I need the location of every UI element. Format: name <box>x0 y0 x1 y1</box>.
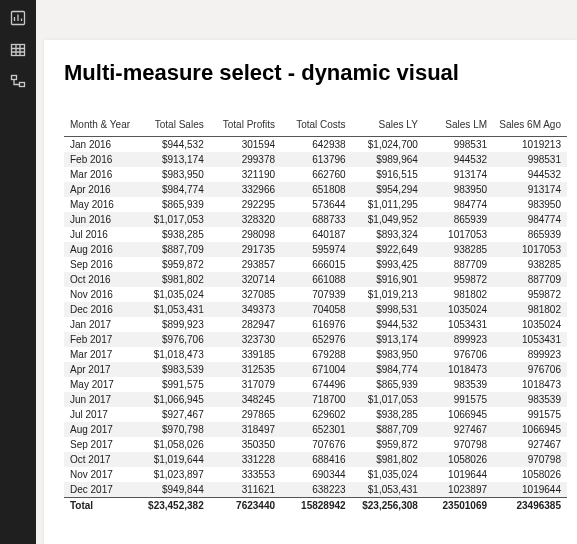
cell-month: Sep 2016 <box>64 257 137 272</box>
cell-value: 629602 <box>281 407 352 422</box>
table-row[interactable]: Dec 2017$949,844311621638223$1,053,43110… <box>64 482 567 498</box>
table-row[interactable]: Nov 2017$1,023,897333553690344$1,035,024… <box>64 467 567 482</box>
table-row[interactable]: May 2017$991,575317079674496$865,9399835… <box>64 377 567 392</box>
report-view-button[interactable] <box>0 4 36 36</box>
cell-value: $981,802 <box>352 452 424 467</box>
data-view-button[interactable] <box>0 36 36 68</box>
table-row[interactable]: Jan 2016$944,532301594642938$1,024,70099… <box>64 137 567 153</box>
cell-value: 292295 <box>210 197 281 212</box>
cell-value: 595974 <box>281 242 352 257</box>
table-row[interactable]: Sep 2017$1,058,026350350707676$959,87297… <box>64 437 567 452</box>
cell-value: $983,950 <box>137 167 209 182</box>
cell-value: $1,017,053 <box>352 392 424 407</box>
cell-value: 688733 <box>281 212 352 227</box>
cell-value: $916,901 <box>352 272 424 287</box>
table-row[interactable]: Jul 2017$927,467297865629602$938,2851066… <box>64 407 567 422</box>
table-row[interactable]: Nov 2016$1,035,024327085707939$1,019,213… <box>64 287 567 302</box>
cell-month: Aug 2016 <box>64 242 137 257</box>
table-row[interactable]: Feb 2016$913,174299378613796$989,9649445… <box>64 152 567 167</box>
cell-value: $893,324 <box>352 227 424 242</box>
cell-value: $865,939 <box>137 197 209 212</box>
table-row[interactable]: Total$23,452,382762344015828942$23,256,3… <box>64 498 567 514</box>
table-row[interactable]: Jul 2016$938,285298098640187$893,3241017… <box>64 227 567 242</box>
cell-value: 651808 <box>281 182 352 197</box>
col-month: Month & Year <box>64 116 137 137</box>
cell-value: $23,452,382 <box>137 498 209 514</box>
cell-value: 707676 <box>281 437 352 452</box>
cell-value: 323730 <box>210 332 281 347</box>
cell-value: 1066945 <box>493 422 567 437</box>
cell-month: May 2017 <box>64 377 137 392</box>
cell-month: Apr 2016 <box>64 182 137 197</box>
cell-month: Feb 2017 <box>64 332 137 347</box>
table-row[interactable]: Mar 2016$983,950321190662760$916,5159131… <box>64 167 567 182</box>
cell-value: 1018473 <box>493 377 567 392</box>
table-row[interactable]: Dec 2016$1,053,431349373704058$998,53110… <box>64 302 567 317</box>
cell-value: 899923 <box>493 347 567 362</box>
table-row[interactable]: Jan 2017$899,923282947616976$944,5321053… <box>64 317 567 332</box>
cell-month: Oct 2016 <box>64 272 137 287</box>
cell-value: $899,923 <box>137 317 209 332</box>
cell-value: 349373 <box>210 302 281 317</box>
cell-value: 865939 <box>493 227 567 242</box>
cell-value: $887,709 <box>352 422 424 437</box>
table-row[interactable]: Jun 2017$1,066,945348245718700$1,017,053… <box>64 392 567 407</box>
cell-month: Jul 2016 <box>64 227 137 242</box>
cell-value: $1,035,024 <box>352 467 424 482</box>
measures-table[interactable]: Month & Year Total Sales Total Profits T… <box>64 116 567 513</box>
cell-value: 312535 <box>210 362 281 377</box>
cell-value: 938285 <box>424 242 493 257</box>
cell-value: 350350 <box>210 437 281 452</box>
cell-value: $1,053,431 <box>352 482 424 498</box>
cell-value: 913174 <box>493 182 567 197</box>
cell-value: 642938 <box>281 137 352 153</box>
cell-month: Oct 2017 <box>64 452 137 467</box>
svg-rect-2 <box>12 76 17 80</box>
cell-value: 927467 <box>424 422 493 437</box>
cell-value: $938,285 <box>137 227 209 242</box>
cell-value: $959,872 <box>352 437 424 452</box>
cell-value: $984,774 <box>137 182 209 197</box>
cell-value: 321190 <box>210 167 281 182</box>
cell-value: 899923 <box>424 332 493 347</box>
cell-value: 331228 <box>210 452 281 467</box>
table-row[interactable]: Mar 2017$1,018,473339185679288$983,95097… <box>64 347 567 362</box>
table-row[interactable]: Jun 2016$1,017,053328320688733$1,049,952… <box>64 212 567 227</box>
cell-value: 573644 <box>281 197 352 212</box>
cell-month: Jun 2017 <box>64 392 137 407</box>
cell-value: 652976 <box>281 332 352 347</box>
table-row[interactable]: May 2016$865,939292295573644$1,011,29598… <box>64 197 567 212</box>
cell-value: 674496 <box>281 377 352 392</box>
cell-value: 662760 <box>281 167 352 182</box>
model-view-button[interactable] <box>0 68 36 100</box>
cell-value: 297865 <box>210 407 281 422</box>
table-row[interactable]: Apr 2017$983,539312535671004$984,7741018… <box>64 362 567 377</box>
cell-value: 311621 <box>210 482 281 498</box>
cell-value: $916,515 <box>352 167 424 182</box>
table-row[interactable]: Aug 2016$887,709291735595974$922,6499382… <box>64 242 567 257</box>
table-row[interactable]: Feb 2017$976,706323730652976$913,1748999… <box>64 332 567 347</box>
cell-month: Nov 2017 <box>64 467 137 482</box>
table-row[interactable]: Oct 2016$981,802320714661088$916,9019598… <box>64 272 567 287</box>
cell-value: 293857 <box>210 257 281 272</box>
cell-value: 865939 <box>424 212 493 227</box>
cell-value: $970,798 <box>137 422 209 437</box>
cell-value: $1,053,431 <box>137 302 209 317</box>
cell-value: 327085 <box>210 287 281 302</box>
cell-value: 944532 <box>424 152 493 167</box>
cell-value: 704058 <box>281 302 352 317</box>
svg-rect-1 <box>12 45 25 56</box>
cell-value: 718700 <box>281 392 352 407</box>
cell-value: 1053431 <box>493 332 567 347</box>
table-row[interactable]: Apr 2016$984,774332966651808$954,2949839… <box>64 182 567 197</box>
cell-value: 1018473 <box>424 362 493 377</box>
table-row[interactable]: Oct 2017$1,019,644331228688416$981,80210… <box>64 452 567 467</box>
cell-value: $954,294 <box>352 182 424 197</box>
table-row[interactable]: Sep 2016$959,872293857666015$993,4258877… <box>64 257 567 272</box>
cell-month: Aug 2017 <box>64 422 137 437</box>
cell-value: 690344 <box>281 467 352 482</box>
cell-value: 707939 <box>281 287 352 302</box>
table-row[interactable]: Aug 2017$970,798318497652301$887,7099274… <box>64 422 567 437</box>
cell-value: 688416 <box>281 452 352 467</box>
cell-value: 7623440 <box>210 498 281 514</box>
